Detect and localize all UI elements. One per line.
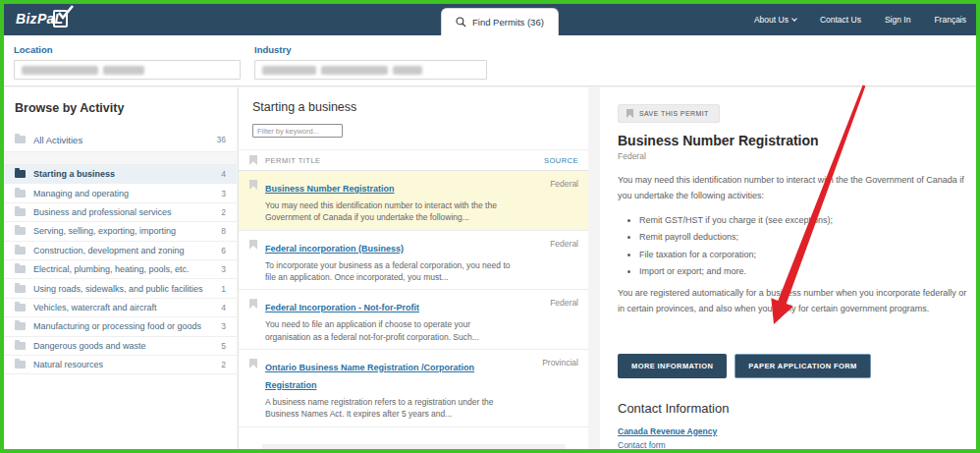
filter-bar: Location Industry (4, 35, 976, 86)
nav-sign-in[interactable]: Sign In (885, 15, 910, 25)
sidebar-item-natural-resources[interactable]: Natural resources 2 (4, 356, 237, 374)
permit-source: Federal (517, 238, 588, 284)
sidebar-item-business-professional-services[interactable]: Business and professional services 2 (4, 203, 237, 222)
sidebar-item-dangerous-goods[interactable]: Dangerous goods and waste 5 (4, 337, 237, 356)
nav-about-us[interactable]: About Us (754, 15, 796, 25)
bullet-item: Remit GST/HST if you charge it (see exce… (639, 215, 976, 225)
permit-description: You need to file an application if choos… (265, 318, 513, 343)
permit-link[interactable]: Federal Incorporation - Not-for-Profit (265, 303, 419, 312)
detail-jurisdiction: Federal (618, 151, 976, 161)
bookmark-icon[interactable] (249, 240, 257, 250)
tab-find-permits[interactable]: Find Permits (36) (442, 9, 558, 35)
folder-icon (15, 227, 26, 235)
bullet-item: Import or export; and more. (639, 266, 976, 276)
permit-link[interactable]: Ontario Business Name Registration /Corp… (265, 363, 474, 390)
sidebar-title: Browse by Activity (4, 87, 237, 115)
folder-icon (15, 304, 26, 311)
detail-title: Business Number Registration (618, 133, 976, 148)
folder-icon (15, 342, 26, 350)
contact-information-title: Contact Information (618, 401, 976, 416)
folder-icon (15, 208, 26, 216)
permit-source: Federal (517, 178, 588, 224)
paper-application-form-button[interactable]: PAPER APPLICATION FORM (735, 354, 870, 378)
permit-row-business-number-registration[interactable]: Business Number Registration You may nee… (239, 171, 588, 231)
bullet-item: Remit payroll deductions; (639, 232, 976, 242)
bullet-item: File taxation for a corporation; (639, 250, 976, 259)
permit-row-federal-incorporation-business[interactable]: Federal incorporation (Business) To inco… (239, 231, 588, 291)
top-header-bar: BizPaL Find Permits (36) About Us Contac… (4, 4, 976, 35)
location-input[interactable] (14, 60, 241, 80)
sidebar-item-managing-and-operating[interactable]: Managing and operating 3 (4, 184, 237, 202)
bookmark-icon (249, 155, 257, 165)
folder-icon (15, 285, 26, 293)
location-value-redacted (22, 66, 98, 75)
permit-row-ontario-business-name[interactable]: Ontario Business Name Registration /Corp… (239, 350, 588, 427)
bizpal-page: BizPaL Find Permits (36) About Us Contac… (0, 0, 980, 453)
tab-find-permits-label: Find Permits (36) (472, 17, 544, 28)
industry-field-group: Industry (254, 44, 487, 80)
detail-outro: You are registered automatically for a b… (618, 286, 973, 317)
sidebar-item-construction-development[interactable]: Construction, development and zoning 6 (4, 242, 237, 260)
logo-check-icon (57, 5, 75, 21)
permit-results-panel: Starting a business PERMIT TITLE SOURCE … (238, 87, 588, 449)
permit-row-federal-incorporation-nfp[interactable]: Federal Incorporation - Not-for-Profit Y… (239, 290, 588, 350)
detail-action-buttons: MORE INFORMATION PAPER APPLICATION FORM (618, 354, 976, 378)
folder-icon (15, 322, 26, 330)
industry-value-redacted (262, 66, 316, 75)
folder-icon (15, 247, 26, 255)
folder-icon (15, 136, 26, 143)
chevron-down-icon (791, 16, 797, 22)
nav-francais[interactable]: Français (934, 15, 966, 25)
permit-source: Provincial (517, 357, 588, 421)
permit-description: You may need this identification number … (265, 199, 513, 224)
permit-source: Federal (517, 297, 588, 343)
search-icon (456, 17, 466, 28)
detail-bullet-list: Remit GST/HST if you charge it (see exce… (628, 215, 976, 277)
industry-label: Industry (254, 44, 487, 55)
permit-link[interactable]: Federal incorporation (Business) (265, 244, 404, 254)
bookmark-icon (626, 109, 633, 118)
top-navigation: About Us Contact Us Sign In Français (754, 4, 966, 35)
sidebar-item-all-activities[interactable]: All Activities 36 (4, 128, 237, 152)
keyword-filter-input[interactable] (252, 124, 343, 138)
bizpal-logo[interactable]: BizPaL (16, 11, 63, 27)
folder-icon (15, 190, 26, 198)
detail-intro: You may need this identification number … (618, 173, 973, 204)
bookmark-icon[interactable] (249, 180, 257, 190)
save-this-permit-button[interactable]: SAVE THIS PERMIT (618, 104, 720, 123)
permit-detail-panel: SAVE THIS PERMIT Business Number Registr… (600, 87, 976, 449)
canada-revenue-agency-link[interactable]: Canada Revenue Agency (618, 426, 976, 436)
contact-links: Canada Revenue Agency Contact form Toll … (618, 426, 976, 453)
folder-icon (15, 170, 26, 178)
sidebar-item-manufacturing-processing[interactable]: Manufacturing or processing food or good… (4, 317, 237, 336)
permit-description: To incorporate your business as a federa… (265, 259, 513, 284)
location-field-group: Location (14, 44, 241, 80)
results-title: Starting a business (239, 87, 588, 114)
browse-by-activity-panel: Browse by Activity All Activities 36 Sta… (4, 87, 237, 449)
permit-link[interactable]: Business Number Registration (265, 184, 395, 194)
nav-contact-us[interactable]: Contact Us (820, 15, 861, 25)
column-source[interactable]: SOURCE (517, 156, 588, 165)
sidebar-item-vehicles-watercraft[interactable]: Vehicles, watercraft and aircraft 4 (4, 299, 237, 317)
contact-form-link[interactable]: Contact form (618, 440, 976, 450)
folder-icon (15, 265, 26, 273)
permit-description: A business name registration refers to a… (265, 396, 513, 421)
column-permit-title: PERMIT TITLE (265, 156, 517, 165)
sidebar-item-starting-a-business[interactable]: Starting a business 4 (4, 165, 237, 184)
bookmark-icon[interactable] (249, 359, 257, 368)
industry-input[interactable] (254, 60, 487, 80)
more-information-button[interactable]: MORE INFORMATION (618, 354, 727, 378)
folder-icon (15, 361, 26, 368)
results-header-row: PERMIT TITLE SOURCE (239, 149, 588, 171)
sidebar-item-electrical-plumbing[interactable]: Electrical, plumbing, heating, pools, et… (4, 260, 237, 279)
sidebar-divider (4, 152, 237, 165)
local-permits-notice: Your local permits are not yet available… (262, 444, 566, 453)
location-label: Location (14, 44, 241, 55)
sidebar-item-serving-selling[interactable]: Serving, selling, exporting, importing 8 (4, 222, 237, 241)
sidebar-item-using-roads[interactable]: Using roads, sidewalks, and public facil… (4, 279, 237, 298)
bookmark-icon[interactable] (249, 299, 257, 309)
